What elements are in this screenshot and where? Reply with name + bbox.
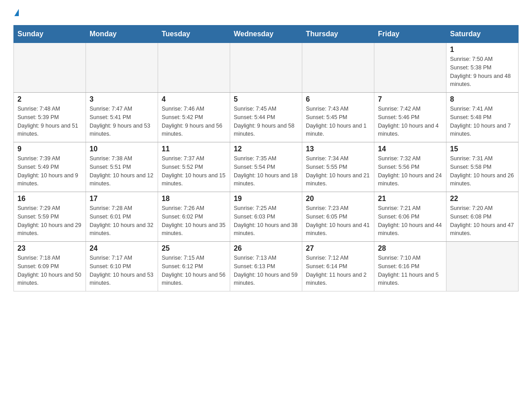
day-number: 28: [378, 244, 442, 253]
day-info: Sunrise: 7:28 AM Sunset: 6:01 PM Dayligh…: [90, 204, 154, 238]
calendar-cell: 13Sunrise: 7:34 AM Sunset: 5:55 PM Dayli…: [302, 142, 374, 192]
day-number: 24: [90, 244, 154, 253]
calendar-table: SundayMondayTuesdayWednesdayThursdayFrid…: [13, 25, 519, 291]
calendar-cell: 28Sunrise: 7:10 AM Sunset: 6:16 PM Dayli…: [374, 242, 446, 291]
day-number: 13: [306, 145, 370, 153]
calendar-cell: 12Sunrise: 7:35 AM Sunset: 5:54 PM Dayli…: [230, 142, 302, 192]
day-of-week-header: Wednesday: [230, 26, 302, 43]
calendar-cell: [302, 43, 374, 93]
calendar-week-row: 23Sunrise: 7:18 AM Sunset: 6:09 PM Dayli…: [14, 242, 519, 291]
day-number: 19: [234, 195, 298, 203]
calendar-cell: [446, 242, 519, 291]
day-of-week-header: Tuesday: [158, 26, 230, 43]
calendar-cell: 1Sunrise: 7:50 AM Sunset: 5:38 PM Daylig…: [446, 43, 519, 93]
calendar-cell: [14, 43, 86, 93]
calendar-cell: 6Sunrise: 7:43 AM Sunset: 5:45 PM Daylig…: [302, 93, 374, 142]
calendar-cell: [86, 43, 158, 93]
day-number: 6: [306, 95, 370, 103]
calendar-cell: 4Sunrise: 7:46 AM Sunset: 5:42 PM Daylig…: [158, 93, 230, 142]
day-info: Sunrise: 7:50 AM Sunset: 5:38 PM Dayligh…: [450, 55, 515, 89]
calendar-cell: 21Sunrise: 7:21 AM Sunset: 6:06 PM Dayli…: [374, 192, 446, 242]
page-header: [13, 9, 519, 16]
calendar-cell: 14Sunrise: 7:32 AM Sunset: 5:56 PM Dayli…: [374, 142, 446, 192]
day-info: Sunrise: 7:18 AM Sunset: 6:09 PM Dayligh…: [17, 254, 82, 287]
day-number: 10: [90, 145, 154, 153]
calendar-week-row: 16Sunrise: 7:29 AM Sunset: 5:59 PM Dayli…: [14, 192, 519, 242]
day-of-week-header: Sunday: [14, 26, 86, 43]
day-info: Sunrise: 7:17 AM Sunset: 6:10 PM Dayligh…: [90, 254, 154, 287]
day-of-week-header: Saturday: [446, 26, 519, 43]
day-number: 16: [17, 195, 82, 203]
calendar-cell: 25Sunrise: 7:15 AM Sunset: 6:12 PM Dayli…: [158, 242, 230, 291]
day-info: Sunrise: 7:29 AM Sunset: 5:59 PM Dayligh…: [17, 204, 82, 238]
calendar-cell: 16Sunrise: 7:29 AM Sunset: 5:59 PM Dayli…: [14, 192, 86, 242]
calendar-cell: 22Sunrise: 7:20 AM Sunset: 6:08 PM Dayli…: [446, 192, 519, 242]
day-info: Sunrise: 7:10 AM Sunset: 6:16 PM Dayligh…: [378, 254, 442, 287]
day-info: Sunrise: 7:26 AM Sunset: 6:02 PM Dayligh…: [162, 204, 226, 238]
day-of-week-header: Monday: [86, 26, 158, 43]
calendar-cell: 18Sunrise: 7:26 AM Sunset: 6:02 PM Dayli…: [158, 192, 230, 242]
day-info: Sunrise: 7:15 AM Sunset: 6:12 PM Dayligh…: [162, 254, 226, 287]
calendar-cell: [374, 43, 446, 93]
calendar-cell: [158, 43, 230, 93]
day-info: Sunrise: 7:43 AM Sunset: 5:45 PM Dayligh…: [306, 105, 370, 138]
day-info: Sunrise: 7:23 AM Sunset: 6:05 PM Dayligh…: [306, 204, 370, 238]
day-number: 27: [306, 244, 370, 253]
day-number: 9: [17, 145, 82, 153]
calendar-cell: 20Sunrise: 7:23 AM Sunset: 6:05 PM Dayli…: [302, 192, 374, 242]
day-info: Sunrise: 7:32 AM Sunset: 5:56 PM Dayligh…: [378, 154, 442, 188]
day-number: 22: [450, 195, 515, 203]
day-info: Sunrise: 7:47 AM Sunset: 5:41 PM Dayligh…: [90, 105, 154, 138]
day-number: 25: [162, 244, 226, 253]
day-info: Sunrise: 7:21 AM Sunset: 6:06 PM Dayligh…: [378, 204, 442, 238]
calendar-cell: 24Sunrise: 7:17 AM Sunset: 6:10 PM Dayli…: [86, 242, 158, 291]
calendar-cell: 7Sunrise: 7:42 AM Sunset: 5:46 PM Daylig…: [374, 93, 446, 142]
day-number: 26: [234, 244, 298, 253]
day-number: 11: [162, 145, 226, 153]
day-info: Sunrise: 7:13 AM Sunset: 6:13 PM Dayligh…: [234, 254, 298, 287]
days-header-row: SundayMondayTuesdayWednesdayThursdayFrid…: [14, 26, 519, 43]
day-info: Sunrise: 7:34 AM Sunset: 5:55 PM Dayligh…: [306, 154, 370, 188]
calendar-cell: 17Sunrise: 7:28 AM Sunset: 6:01 PM Dayli…: [86, 192, 158, 242]
day-number: 18: [162, 195, 226, 203]
day-number: 17: [90, 195, 154, 203]
day-number: 1: [450, 46, 515, 54]
day-number: 7: [378, 95, 442, 103]
calendar-cell: [230, 43, 302, 93]
day-info: Sunrise: 7:20 AM Sunset: 6:08 PM Dayligh…: [450, 204, 515, 238]
day-number: 21: [378, 195, 442, 203]
day-number: 20: [306, 195, 370, 203]
day-number: 2: [17, 95, 82, 103]
calendar-week-row: 1Sunrise: 7:50 AM Sunset: 5:38 PM Daylig…: [14, 43, 519, 93]
day-info: Sunrise: 7:25 AM Sunset: 6:03 PM Dayligh…: [234, 204, 298, 238]
day-number: 23: [17, 244, 82, 253]
day-info: Sunrise: 7:12 AM Sunset: 6:14 PM Dayligh…: [306, 254, 370, 287]
calendar-cell: 9Sunrise: 7:39 AM Sunset: 5:49 PM Daylig…: [14, 142, 86, 192]
calendar-cell: 11Sunrise: 7:37 AM Sunset: 5:52 PM Dayli…: [158, 142, 230, 192]
day-number: 5: [234, 95, 298, 103]
calendar-cell: 2Sunrise: 7:48 AM Sunset: 5:39 PM Daylig…: [14, 93, 86, 142]
day-number: 3: [90, 95, 154, 103]
day-number: 15: [450, 145, 515, 153]
day-of-week-header: Friday: [374, 26, 446, 43]
day-number: 14: [378, 145, 442, 153]
calendar-week-row: 9Sunrise: 7:39 AM Sunset: 5:49 PM Daylig…: [14, 142, 519, 192]
day-info: Sunrise: 7:38 AM Sunset: 5:51 PM Dayligh…: [90, 154, 154, 188]
logo-triangle-icon: [14, 9, 19, 16]
logo: [13, 9, 19, 16]
day-number: 4: [162, 95, 226, 103]
day-info: Sunrise: 7:48 AM Sunset: 5:39 PM Dayligh…: [17, 105, 82, 138]
day-info: Sunrise: 7:41 AM Sunset: 5:48 PM Dayligh…: [450, 105, 515, 138]
calendar-cell: 3Sunrise: 7:47 AM Sunset: 5:41 PM Daylig…: [86, 93, 158, 142]
day-info: Sunrise: 7:42 AM Sunset: 5:46 PM Dayligh…: [378, 105, 442, 138]
day-info: Sunrise: 7:35 AM Sunset: 5:54 PM Dayligh…: [234, 154, 298, 188]
day-number: 12: [234, 145, 298, 153]
calendar-cell: 15Sunrise: 7:31 AM Sunset: 5:58 PM Dayli…: [446, 142, 519, 192]
calendar-cell: 8Sunrise: 7:41 AM Sunset: 5:48 PM Daylig…: [446, 93, 519, 142]
day-info: Sunrise: 7:39 AM Sunset: 5:49 PM Dayligh…: [17, 154, 82, 188]
calendar-cell: 26Sunrise: 7:13 AM Sunset: 6:13 PM Dayli…: [230, 242, 302, 291]
day-info: Sunrise: 7:45 AM Sunset: 5:44 PM Dayligh…: [234, 105, 298, 138]
calendar-cell: 10Sunrise: 7:38 AM Sunset: 5:51 PM Dayli…: [86, 142, 158, 192]
calendar-week-row: 2Sunrise: 7:48 AM Sunset: 5:39 PM Daylig…: [14, 93, 519, 142]
calendar-cell: 27Sunrise: 7:12 AM Sunset: 6:14 PM Dayli…: [302, 242, 374, 291]
